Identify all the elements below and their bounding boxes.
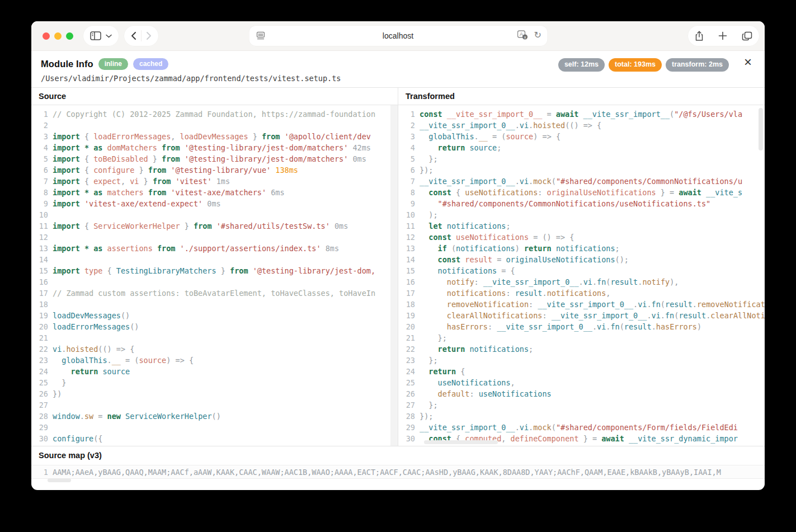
code-line: 21 }; xyxy=(398,332,765,343)
code-line: 25 useNotifications, xyxy=(398,377,765,388)
code-line: 23 globalThis.__ = (source) => { xyxy=(31,355,398,366)
sourcemap-line: 1 AAMA;AAeA,yBAAG,QAAQ,MAAM;AACf,aAAW,KA… xyxy=(31,465,765,479)
line-content: ); xyxy=(415,209,438,220)
sidebar-toggle-group xyxy=(83,26,119,46)
new-tab-icon[interactable] xyxy=(718,31,727,40)
line-content: notifications: result.notifications, xyxy=(415,288,610,299)
code-line: 16 notify: __vite_ssr_import_0__.vi.fn(r… xyxy=(398,276,765,288)
line-content: import type { TestingLibraryMatchers } f… xyxy=(48,265,375,276)
line-content: globalThis.__ = (source) => { xyxy=(48,355,194,366)
browser-toolbar: localhost A x ↻ xyxy=(31,21,765,51)
line-number: 17 xyxy=(31,288,48,299)
code-line: 29 xyxy=(31,422,398,433)
code-line: 6import { configure } from '@testing-lib… xyxy=(31,164,398,176)
line-content: }); xyxy=(415,411,433,422)
code-line: 13 if (notifications) return notificatio… xyxy=(398,243,765,254)
line-content: const result = originalUseNotifications(… xyxy=(415,254,629,265)
code-line: 28window.sw = new ServiceWorkerHelper() xyxy=(31,411,398,422)
code-line: 19loadDevMessages() xyxy=(31,310,398,321)
line-content: }; xyxy=(415,153,438,164)
line-content: loadErrorMessages() xyxy=(48,321,139,332)
line-number: 8 xyxy=(398,187,415,198)
close-window-button[interactable] xyxy=(43,32,50,40)
line-number: 22 xyxy=(398,343,415,355)
line-content: "#shared/components/CommonNotifications/… xyxy=(415,198,710,209)
sourcemap-mappings: AAMA;AAeA,yBAAG,QAAQ,MAAM;AACf,aAAW,KAAK… xyxy=(48,468,721,477)
line-number: 12 xyxy=(398,232,415,243)
line-number: 4 xyxy=(31,142,48,153)
line-number: 19 xyxy=(31,310,48,321)
code-line: 24 return { xyxy=(398,366,765,377)
code-line: 7import { expect, vi } from 'vitest' 1ms xyxy=(31,176,398,187)
line-number: 25 xyxy=(31,377,48,388)
sourcemap-section: Source map (v3) 1 AAMA;AAeA,yBAAG,QAAQ,M… xyxy=(31,446,765,483)
code-line: 9 "#shared/components/CommonNotification… xyxy=(398,198,765,209)
translate-icon[interactable]: A x xyxy=(517,30,529,40)
code-line: 11 let notifications; xyxy=(398,220,765,232)
inline-badge: inline xyxy=(98,58,128,70)
line-number: 12 xyxy=(31,232,48,243)
minimize-window-button[interactable] xyxy=(54,32,62,40)
code-line: 1// Copyright (C) 2012-2025 Zammad Found… xyxy=(31,109,398,120)
line-content xyxy=(48,399,53,411)
line-content: const useNotifications = () => { xyxy=(415,232,574,243)
code-line: 22 return notifications; xyxy=(398,343,765,355)
line-content: }; xyxy=(415,332,447,343)
line-number: 18 xyxy=(31,299,48,310)
line-content: }; xyxy=(415,399,438,411)
toolbar-right-buttons xyxy=(688,26,759,46)
address-bar[interactable]: localhost A x ↻ xyxy=(249,26,547,46)
self-time-badge: self: 12ms xyxy=(558,58,605,72)
timing-badges: self: 12ms total: 193ms transform: 2ms xyxy=(558,58,729,72)
line-content: hasErrors: __vite_ssr_import_0__.vi.fn(r… xyxy=(415,321,701,332)
line-content: return notifications; xyxy=(415,343,533,355)
close-icon[interactable]: × xyxy=(740,54,756,70)
chevron-down-icon[interactable] xyxy=(106,34,112,38)
line-content: __vite_ssr_import_0__.vi.hoisted(() => { xyxy=(415,120,601,131)
code-line: 2 xyxy=(31,120,398,131)
page-format-icon[interactable] xyxy=(256,31,265,40)
zoom-window-button[interactable] xyxy=(66,32,73,40)
line-number: 23 xyxy=(398,355,415,366)
code-line: 24 return source xyxy=(31,366,398,377)
code-line: 9import 'vitest-axe/extend-expect' 0ms xyxy=(31,198,398,209)
source-panel: Source 1// Copyright (C) 2012-2025 Zamma… xyxy=(31,88,398,446)
back-button[interactable] xyxy=(131,31,136,40)
code-line: 10 xyxy=(31,209,398,220)
line-content: notifications = { xyxy=(415,265,515,276)
source-vertical-scrollbar[interactable] xyxy=(390,105,398,446)
page-title: Module Info xyxy=(41,59,93,69)
source-code[interactable]: 1// Copyright (C) 2012-2025 Zammad Found… xyxy=(31,105,398,444)
line-content: return source xyxy=(48,366,130,377)
line-content: } xyxy=(48,377,66,388)
line-number: 29 xyxy=(31,422,48,433)
sourcemap-horizontal-scrollbar[interactable] xyxy=(48,478,71,482)
line-content: __vite_ssr_import_0__.vi.mock("#shared/c… xyxy=(415,422,738,433)
line-content: import { ServiceWorkerHelper } from '#sh… xyxy=(48,220,348,232)
line-content: loadDevMessages() xyxy=(48,310,130,321)
share-icon[interactable] xyxy=(695,31,704,41)
line-number: 24 xyxy=(31,366,48,377)
code-line: 1const __vite_ssr_import_0__ = await __v… xyxy=(398,109,765,120)
forward-button[interactable] xyxy=(146,31,152,40)
desktop: { "browser": { "url_text": "localhost" }… xyxy=(0,0,796,532)
line-content: if (notifications) return notifications; xyxy=(415,243,620,254)
code-line: 20loadErrorMessages() xyxy=(31,321,398,332)
line-number: 27 xyxy=(31,399,48,411)
transformed-horizontal-scrollbar[interactable] xyxy=(424,440,498,444)
code-line: 19 clearAllNotifications: __vite_ssr_imp… xyxy=(398,310,765,321)
sidebar-icon[interactable] xyxy=(90,31,101,40)
line-number: 27 xyxy=(398,399,415,411)
line-content xyxy=(48,422,53,433)
transformed-vertical-scrollbar[interactable] xyxy=(759,108,763,150)
code-line: 18 removeNotification: __vite_ssr_import… xyxy=(398,299,765,310)
tab-overview-icon[interactable] xyxy=(742,31,752,41)
code-line: 3import { loadErrorMessages, loadDevMess… xyxy=(31,131,398,142)
reload-icon[interactable]: ↻ xyxy=(534,31,541,40)
line-number: 23 xyxy=(31,355,48,366)
code-line: 15import type { TestingLibraryMatchers }… xyxy=(31,265,398,276)
line-number: 5 xyxy=(398,153,415,164)
code-line: 14 const result = originalUseNotificatio… xyxy=(398,254,765,265)
transformed-code[interactable]: 1const __vite_ssr_import_0__ = await __v… xyxy=(398,105,765,444)
line-number: 11 xyxy=(31,220,48,232)
